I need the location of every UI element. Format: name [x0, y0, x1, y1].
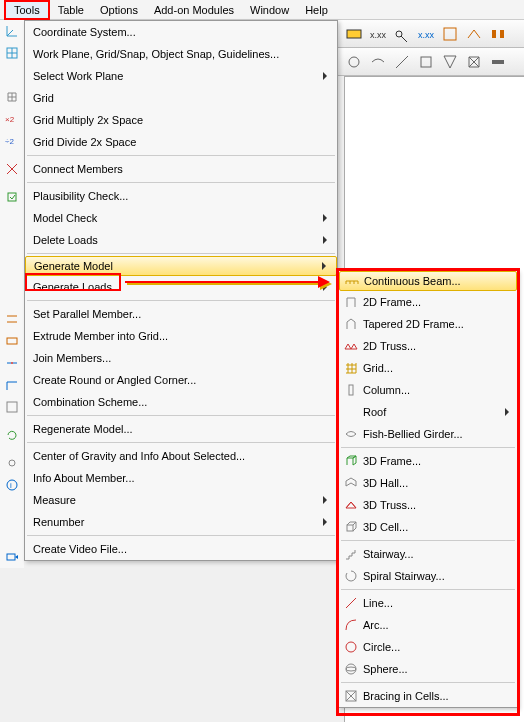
toolbar-icon[interactable]: x.xx	[368, 24, 388, 44]
submenu-3d-hall[interactable]: 3D Hall...	[339, 472, 517, 494]
svg-rect-6	[500, 30, 504, 38]
submenu-fish-bellied[interactable]: Fish-Bellied Girder...	[339, 423, 517, 445]
submenu-roof[interactable]: Roof	[339, 401, 517, 423]
separator	[341, 540, 515, 541]
separator	[27, 300, 335, 301]
corner-icon	[0, 374, 24, 396]
menu-tools[interactable]: Tools	[4, 0, 50, 20]
svg-rect-5	[492, 30, 496, 38]
menu-select-work-plane[interactable]: Select Work Plane	[25, 65, 337, 87]
generate-model-icon	[0, 258, 24, 280]
grid-down-icon: ÷2	[0, 130, 24, 152]
toolbar-icon[interactable]	[344, 52, 364, 72]
separator	[27, 442, 335, 443]
toolbar-icon[interactable]	[392, 24, 412, 44]
chevron-right-icon	[505, 408, 509, 416]
svg-rect-21	[349, 385, 353, 395]
svg-text:÷2: ÷2	[5, 137, 14, 146]
menu-delete-loads[interactable]: Delete Loads	[25, 229, 337, 251]
menu-table[interactable]: Table	[50, 2, 92, 18]
menu-grid[interactable]: Grid	[25, 87, 337, 109]
toolbar-icon[interactable]: x.xx	[416, 24, 436, 44]
svg-point-7	[349, 57, 359, 67]
menu-window[interactable]: Window	[242, 2, 297, 18]
menu-addon-modules[interactable]: Add-on Modules	[146, 2, 242, 18]
toolbar-icon[interactable]	[440, 52, 460, 72]
submenu-3d-cell[interactable]: 3D Cell...	[339, 516, 517, 538]
toolbar-icon[interactable]	[488, 52, 508, 72]
submenu-3d-frame[interactable]: 3D Frame...	[339, 450, 517, 472]
info-icon: i	[0, 474, 24, 496]
toolbar-icon[interactable]	[464, 24, 484, 44]
menu-join-members[interactable]: Join Members...	[25, 347, 337, 369]
submenu-circle[interactable]: Circle...	[339, 636, 517, 658]
menu-coordinate-system[interactable]: Coordinate System...	[25, 21, 337, 43]
submenu-line[interactable]: Line...	[339, 592, 517, 614]
separator	[27, 415, 335, 416]
toolbar-icon[interactable]	[416, 52, 436, 72]
submenu-continuous-beam[interactable]: Continuous Beam...	[339, 271, 517, 291]
menu-icon-column: ×2 ÷2 i	[0, 20, 24, 568]
submenu-2d-truss[interactable]: 2D Truss...	[339, 335, 517, 357]
menu-generate-model[interactable]: Generate Model	[25, 256, 337, 276]
menu-regenerate-model[interactable]: Regenerate Model...	[25, 418, 337, 440]
menu-grid-multiply[interactable]: Grid Multiply 2x Space	[25, 109, 337, 131]
menu-connect-members[interactable]: Connect Members	[25, 158, 337, 180]
submenu-2d-frame[interactable]: 2D Frame...	[339, 291, 517, 313]
column-icon	[339, 383, 363, 397]
menu-set-parallel[interactable]: Set Parallel Member...	[25, 303, 337, 325]
toolbar-icon[interactable]	[344, 24, 364, 44]
toolbar-row-1: x.xx x.xx	[338, 20, 524, 48]
menu-renumber[interactable]: Renumber	[25, 511, 337, 533]
svg-text:x.xx: x.xx	[418, 30, 434, 40]
tools-dropdown: Coordinate System... Work Plane, Grid/Sn…	[24, 20, 338, 561]
submenu-spiral-stairway[interactable]: Spiral Stairway...	[339, 565, 517, 587]
toolbar-icon[interactable]	[440, 24, 460, 44]
beam-icon	[340, 274, 364, 288]
menu-plausibility-check[interactable]: Plausibility Check...	[25, 185, 337, 207]
menu-work-plane[interactable]: Work Plane, Grid/Snap, Object Snap, Guid…	[25, 43, 337, 65]
menu-grid-divide[interactable]: Grid Divide 2x Space	[25, 131, 337, 153]
menu-create-corner[interactable]: Create Round or Angled Corner...	[25, 369, 337, 391]
svg-point-15	[11, 362, 13, 364]
submenu-3d-truss[interactable]: 3D Truss...	[339, 494, 517, 516]
menu-info-member[interactable]: Info About Member...	[25, 467, 337, 489]
chevron-right-icon	[323, 214, 327, 222]
parallel-icon	[0, 308, 24, 330]
submenu-tapered-2d-frame[interactable]: Tapered 2D Frame...	[339, 313, 517, 335]
menu-model-check[interactable]: Model Check	[25, 207, 337, 229]
chevron-right-icon	[323, 518, 327, 526]
separator	[341, 447, 515, 448]
menu-create-video[interactable]: Create Video File...	[25, 538, 337, 560]
svg-rect-4	[444, 28, 456, 40]
toolbar-icon[interactable]	[464, 52, 484, 72]
menu-generate-loads[interactable]: Generate Loads	[25, 276, 337, 298]
menu-options[interactable]: Options	[92, 2, 146, 18]
toolbar-icon[interactable]	[392, 52, 412, 72]
submenu-stairway[interactable]: Stairway...	[339, 543, 517, 565]
menu-extrude[interactable]: Extrude Member into Grid...	[25, 325, 337, 347]
svg-point-18	[7, 480, 17, 490]
svg-point-25	[346, 667, 356, 671]
workplane-icon	[0, 42, 24, 64]
submenu-arc[interactable]: Arc...	[339, 614, 517, 636]
grid3d-icon	[339, 361, 363, 375]
separator	[27, 253, 335, 254]
submenu-grid[interactable]: Grid...	[339, 357, 517, 379]
submenu-bracing[interactable]: Bracing in Cells...	[339, 685, 517, 707]
menu-cog-info[interactable]: Center of Gravity and Info About Selecte…	[25, 445, 337, 467]
toolbar-icon[interactable]	[488, 24, 508, 44]
svg-text:×2: ×2	[5, 115, 15, 124]
submenu-column[interactable]: Column...	[339, 379, 517, 401]
generate-model-submenu: Continuous Beam... 2D Frame... Tapered 2…	[338, 270, 518, 708]
hall3d-icon	[339, 476, 363, 490]
frame3d-icon	[339, 454, 363, 468]
submenu-sphere[interactable]: Sphere...	[339, 658, 517, 680]
menu-help[interactable]: Help	[297, 2, 336, 18]
menu-combination-scheme[interactable]: Combination Scheme...	[25, 391, 337, 413]
circle-icon	[339, 640, 363, 654]
toolbar-icon[interactable]	[368, 52, 388, 72]
menu-measure[interactable]: Measure	[25, 489, 337, 511]
coord-sys-icon	[0, 20, 24, 42]
tapered-icon	[339, 317, 363, 331]
